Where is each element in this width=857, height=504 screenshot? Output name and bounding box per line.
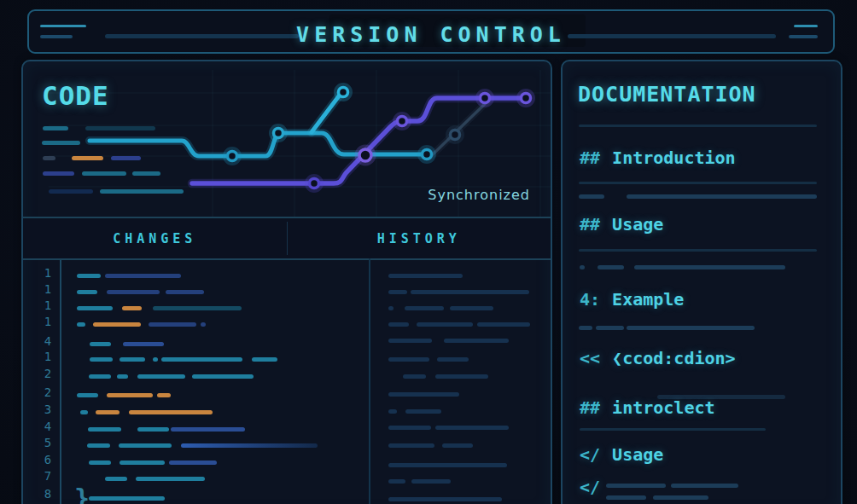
code-line-bar <box>153 357 158 362</box>
line-number: 2 <box>40 367 55 380</box>
code-line-bar <box>43 156 55 160</box>
line-number: 2 <box>40 385 55 399</box>
code-line-bar <box>252 357 277 362</box>
code-line-bar <box>80 410 88 414</box>
code-line-bar <box>123 342 164 346</box>
code-line-bar <box>388 339 432 343</box>
code-line-bar <box>166 290 204 294</box>
doc-rule <box>580 428 766 431</box>
doc-heading[interactable]: 4:Example <box>580 289 684 310</box>
code-line-bar <box>435 426 509 430</box>
doc-heading[interactable]: ##introclect <box>580 397 715 418</box>
code-line-bar <box>89 461 111 465</box>
code-line-bar <box>435 374 488 379</box>
doc-text-bar <box>627 326 755 330</box>
code-line-bar <box>388 463 507 467</box>
doc-heading-prefix: 4: <box>580 289 600 310</box>
code-line-bar <box>120 461 165 465</box>
doc-text-bar <box>579 326 592 330</box>
doc-heading[interactable]: </Usage <box>580 444 663 465</box>
doc-heading-prefix: ## <box>580 214 600 235</box>
doc-heading-prefix: </ <box>580 477 600 497</box>
doc-heading[interactable]: ##Usage <box>580 214 663 235</box>
code-line-bar <box>450 306 493 310</box>
code-line-bar <box>107 290 160 294</box>
code-line-bar <box>72 156 103 160</box>
code-line-bar <box>444 339 509 343</box>
code-line-bar <box>477 322 530 327</box>
code-line-bar <box>149 322 196 327</box>
doc-heading[interactable]: <<❮ccod:cdion> <box>580 348 736 368</box>
code-line-bar <box>77 290 97 294</box>
code-line-bar <box>403 374 426 379</box>
doc-rule <box>579 125 817 127</box>
header-bar: VERSION CONTROL <box>27 9 835 54</box>
line-number: 8 <box>40 487 55 501</box>
tab-history[interactable]: HISTORY <box>288 218 551 258</box>
line-number: 4 <box>40 420 55 433</box>
line-number: 1 <box>40 315 55 328</box>
code-line-bar <box>417 322 473 327</box>
code-line-bar <box>87 443 110 448</box>
code-panel: CODE Synchronized CHANGES HISTORY 111141… <box>21 60 552 504</box>
doc-heading[interactable]: ##Introduction <box>580 148 736 168</box>
gutter-divider <box>60 260 61 504</box>
code-line-bar <box>388 306 394 310</box>
line-number: 7 <box>40 469 55 483</box>
code-line-bar <box>89 374 111 379</box>
code-line-bar <box>201 322 206 327</box>
code-line-bar <box>111 156 141 160</box>
code-line-bar <box>85 126 155 130</box>
code-line-bar <box>405 306 444 310</box>
doc-heading-prefix: </ <box>580 444 600 465</box>
code-line-bar <box>82 171 126 176</box>
doc-heading-text: Introduction <box>612 148 736 168</box>
code-line-bar <box>105 274 181 278</box>
line-number: 1 <box>40 266 55 280</box>
doc-text-bar <box>634 265 785 269</box>
code-line-bar <box>442 443 473 448</box>
code-line-bar <box>157 393 171 397</box>
code-line-bar <box>405 409 441 414</box>
code-line-bar <box>88 427 121 432</box>
header-divider-right <box>568 34 776 38</box>
line-number: 1 <box>40 350 55 363</box>
code-line-bar <box>120 357 145 362</box>
code-line-bar <box>137 374 185 379</box>
closing-brace: } <box>74 484 90 504</box>
code-line-bar <box>132 171 160 176</box>
doc-text-bar <box>671 484 738 488</box>
doc-heading-text: Usage <box>612 214 663 235</box>
doc-rule <box>579 249 817 252</box>
code-line-bar <box>181 443 318 448</box>
code-line-bar <box>90 342 111 346</box>
doc-text-bar <box>606 495 646 500</box>
line-number: 1 <box>40 298 55 312</box>
tab-changes[interactable]: CHANGES <box>23 218 287 258</box>
code-line-bar <box>388 426 431 430</box>
code-line-bar <box>105 477 127 481</box>
code-line-bar <box>171 427 245 432</box>
documentation-panel: DOCUMENTATION ##Introduction##Usage4:Exa… <box>561 60 842 504</box>
code-line-bar <box>161 357 242 362</box>
code-line-bar <box>77 306 113 310</box>
doc-heading-prefix: ## <box>580 148 600 168</box>
code-line-bar <box>90 357 113 362</box>
code-line-bar <box>117 374 128 379</box>
code-line-bar <box>77 274 101 278</box>
doc-heading-text: Usage <box>612 444 663 465</box>
doc-text-bar <box>579 194 604 199</box>
code-line-bar <box>388 274 463 278</box>
doc-heading-prefix: << <box>580 348 600 368</box>
line-number: 4 <box>40 334 55 348</box>
code-line-bar <box>388 443 434 448</box>
code-line-bar <box>129 410 213 414</box>
code-line-bar <box>136 477 205 481</box>
code-line-bar <box>388 322 409 327</box>
documentation-title: DOCUMENTATION <box>578 82 756 107</box>
code-line-bar <box>77 322 85 327</box>
doc-heading-text: introclect <box>612 397 714 418</box>
code-line-bar <box>388 409 397 414</box>
doc-text-bar <box>653 495 708 500</box>
code-line-bar <box>192 374 254 379</box>
